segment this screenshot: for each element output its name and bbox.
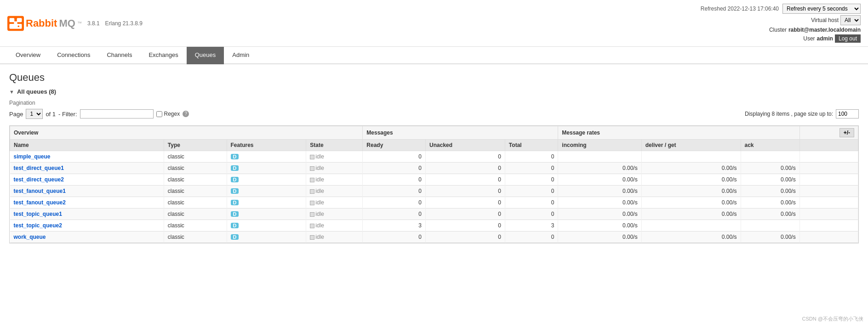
queue-total: 3	[505, 220, 558, 231]
nav-overview[interactable]: Overview	[7, 47, 49, 64]
queue-features: D	[227, 186, 306, 197]
col-features: Features	[227, 140, 306, 151]
queue-features: D	[227, 197, 306, 209]
logo-rabbit: Rabbit	[26, 17, 57, 29]
queue-name-link[interactable]: test_topic_queue2	[14, 222, 62, 229]
page-select[interactable]: 1	[26, 109, 43, 119]
queue-ack	[741, 151, 799, 163]
nav-exchanges[interactable]: Exchanges	[140, 47, 186, 64]
queue-extra	[799, 163, 858, 174]
page-size-input[interactable]	[836, 109, 859, 118]
queue-unacked: 0	[426, 186, 505, 197]
queue-features: D	[227, 174, 306, 186]
user-row: User admin Log out	[803, 34, 861, 43]
nav-queues[interactable]: Queues	[187, 47, 224, 64]
queue-name-link[interactable]: test_fanout_queue2	[14, 199, 66, 206]
nav-channels[interactable]: Channels	[98, 47, 140, 64]
queue-name-link[interactable]: simple_queue	[14, 153, 51, 160]
queue-state: idle	[306, 197, 363, 209]
section-toggle[interactable]: ▼	[9, 89, 14, 95]
queue-total: 0	[505, 174, 558, 186]
col-total: Total	[505, 140, 558, 151]
cluster-row: Cluster rabbit@master.localdomain	[769, 27, 861, 33]
main-content: Queues ▼ All queues (8) Pagination Page …	[0, 64, 868, 251]
queue-type: classic	[164, 209, 227, 220]
group-message-rates: Message rates	[558, 126, 799, 140]
filter-input[interactable]	[80, 109, 154, 118]
col-empty	[799, 140, 858, 151]
page-label-text: Page	[9, 111, 23, 118]
queue-deliver-get: 0.00/s	[641, 197, 741, 209]
queue-features: D	[227, 163, 306, 174]
table-row: test_direct_queue2classicDidle0000.00/s0…	[10, 174, 858, 186]
queue-total: 0	[505, 151, 558, 163]
svg-rect-4	[14, 21, 17, 24]
table-row: work_queueclassicDidle0000.00/s0.00/s0.0…	[10, 231, 858, 243]
queue-ready: 0	[363, 174, 426, 186]
top-bar: RabbitMQ™ 3.8.1 Erlang 21.3.8.9 Refreshe…	[0, 0, 868, 47]
pagination-label: Pagination	[9, 100, 859, 106]
queue-incoming: 0.00/s	[558, 197, 641, 209]
queue-deliver-get: 0.00/s	[641, 174, 741, 186]
col-ack: ack	[741, 140, 799, 151]
regex-checkbox[interactable]	[156, 111, 162, 117]
queue-ack: 0.00/s	[741, 197, 799, 209]
queue-name-link[interactable]: test_topic_queue1	[14, 211, 62, 217]
user-label: User	[803, 35, 815, 42]
logo-area: RabbitMQ™ 3.8.1 Erlang 21.3.8.9	[7, 15, 701, 32]
queue-features: D	[227, 231, 306, 243]
queue-unacked: 0	[426, 163, 505, 174]
queue-incoming: 0.00/s	[558, 231, 641, 243]
queue-ack: 0.00/s	[741, 209, 799, 220]
queue-total: 0	[505, 231, 558, 243]
display-info: Displaying 8 items , page size up to:	[745, 109, 859, 118]
nav-connections[interactable]: Connections	[49, 47, 98, 64]
col-deliver-get: deliver / get	[641, 140, 741, 151]
col-incoming: incoming	[558, 140, 641, 151]
queue-incoming: 0.00/s	[558, 186, 641, 197]
pagination-row: Page 1 of 1 - Filter: Regex ? Displaying…	[9, 109, 859, 119]
queue-type: classic	[164, 186, 227, 197]
queue-deliver-get: 0.00/s	[641, 231, 741, 243]
queue-name-link[interactable]: test_direct_queue1	[14, 165, 64, 171]
logout-button[interactable]: Log out	[835, 34, 861, 43]
help-icon[interactable]: ?	[183, 111, 189, 117]
queue-total: 0	[505, 186, 558, 197]
col-type: Type	[164, 140, 227, 151]
queue-ready: 0	[363, 197, 426, 209]
queue-total: 0	[505, 163, 558, 174]
queue-state: idle	[306, 220, 363, 231]
queue-ack: 0.00/s	[741, 163, 799, 174]
logo-mq: MQ	[59, 17, 75, 29]
refresh-select[interactable]: Refresh every 5 secondsRefresh every 10 …	[782, 4, 861, 14]
rabbitmq-logo-icon	[7, 15, 24, 32]
queue-name-link[interactable]: test_direct_queue2	[14, 176, 64, 183]
queue-extra	[799, 209, 858, 220]
queue-name-link[interactable]: test_fanout_queue1	[14, 188, 66, 194]
table-row: test_fanout_queue2classicDidle0000.00/s0…	[10, 197, 858, 209]
refreshed-timestamp: Refreshed 2022-12-13 17:06:40	[701, 6, 779, 12]
queue-extra	[799, 220, 858, 231]
vhost-select[interactable]: All	[840, 15, 861, 25]
queue-deliver-get: 0.00/s	[641, 186, 741, 197]
queue-deliver-get: 0.00/s	[641, 209, 741, 220]
nav-admin[interactable]: Admin	[224, 47, 257, 64]
queue-extra	[799, 151, 858, 163]
queue-name-link[interactable]: work_queue	[14, 234, 46, 240]
queue-incoming: 0.00/s	[558, 209, 641, 220]
queue-incoming: 0.00/s	[558, 163, 641, 174]
queue-total: 0	[505, 197, 558, 209]
queue-type: classic	[164, 231, 227, 243]
queue-unacked: 0	[426, 209, 505, 220]
queue-unacked: 0	[426, 151, 505, 163]
queue-features: D	[227, 220, 306, 231]
nav-bar: Overview Connections Channels Exchanges …	[0, 47, 868, 64]
display-text: Displaying 8 items , page size up to:	[745, 111, 833, 117]
erlang-version: Erlang 21.3.8.9	[105, 20, 143, 27]
queue-incoming: 0.00/s	[558, 220, 641, 231]
queue-type: classic	[164, 151, 227, 163]
filter-label: - Filter:	[58, 111, 77, 118]
plus-minus-button[interactable]: +/-	[839, 128, 854, 137]
queue-type: classic	[164, 163, 227, 174]
col-state: State	[306, 140, 363, 151]
